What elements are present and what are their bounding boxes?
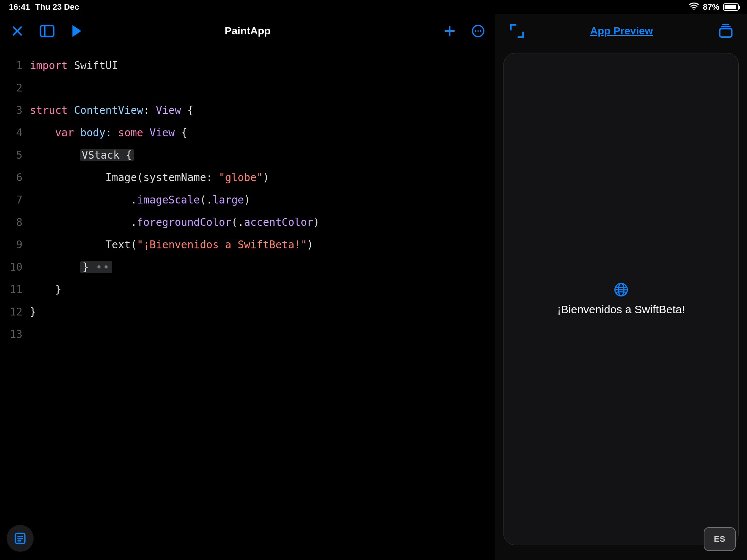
code-token xyxy=(30,216,131,228)
code-token: VStack xyxy=(82,149,120,161)
code-token: import xyxy=(30,59,68,72)
code-editor-pane: PaintApp xyxy=(0,14,495,560)
code-token: { xyxy=(175,127,187,139)
preview-text: ¡Bienvenidos a SwiftBeta! xyxy=(557,303,685,316)
code-token: systemName xyxy=(143,171,206,184)
code-token xyxy=(30,239,105,251)
keyboard-language-button[interactable]: ES xyxy=(704,527,736,551)
code-token: } xyxy=(83,261,89,273)
code-token xyxy=(30,194,131,206)
code-token: ( xyxy=(231,216,238,228)
code-token: . xyxy=(131,216,137,228)
code-token: "¡Bienvenidos a SwiftBeta!" xyxy=(137,239,307,251)
code-token: : xyxy=(105,127,118,139)
editor-toolbar: PaintApp xyxy=(0,14,495,48)
code-token: var xyxy=(55,127,74,139)
code-token: ) xyxy=(313,216,320,228)
globe-icon xyxy=(614,282,629,299)
preview-title[interactable]: App Preview xyxy=(590,25,653,37)
battery-icon xyxy=(723,3,739,11)
code-token: { xyxy=(181,104,194,116)
code-token: ) xyxy=(307,239,313,251)
status-date: Thu 23 Dec xyxy=(35,2,79,12)
code-token: { xyxy=(120,149,132,161)
code-token: ) xyxy=(263,171,269,184)
code-token xyxy=(30,283,55,296)
status-time: 16:41 xyxy=(9,2,30,12)
code-token: Text xyxy=(105,239,130,251)
line-gutter: 1234567 8910111213 xyxy=(0,55,30,560)
preview-pane: App Preview xyxy=(495,14,747,560)
close-icon[interactable] xyxy=(10,24,24,38)
code-lines[interactable]: import SwiftUI struct ContentView: View … xyxy=(30,55,495,560)
app-preview-canvas: ¡Bienvenidos a SwiftBeta! xyxy=(503,53,739,545)
code-token: Image xyxy=(105,171,137,184)
code-token: some xyxy=(118,127,143,139)
code-token: body xyxy=(74,127,105,139)
run-icon[interactable] xyxy=(70,24,83,38)
code-token: foregroundColor xyxy=(137,216,232,228)
svg-point-4 xyxy=(475,30,476,32)
code-token: SwiftUI xyxy=(68,59,118,72)
code-token: } xyxy=(55,283,61,296)
battery-percent: 87% xyxy=(703,2,719,12)
preview-stacks-icon[interactable] xyxy=(718,24,734,38)
code-area[interactable]: 1234567 8910111213 import SwiftUI struct… xyxy=(0,48,495,560)
code-token: ( xyxy=(131,239,137,251)
code-token: View xyxy=(156,104,181,116)
svg-point-5 xyxy=(477,30,479,32)
code-token: ( xyxy=(137,171,143,184)
add-icon[interactable] xyxy=(443,24,456,38)
code-token: . xyxy=(131,194,137,206)
code-token: ContentView xyxy=(68,104,143,116)
wifi-icon xyxy=(689,2,699,12)
svg-point-6 xyxy=(480,30,481,32)
sidebar-toggle-icon[interactable] xyxy=(40,25,55,37)
code-token xyxy=(30,127,55,139)
code-token: . xyxy=(206,194,213,206)
status-bar: 16:41 Thu 23 Dec 87% xyxy=(0,0,747,14)
code-token: "globe" xyxy=(219,171,263,184)
code-token: : xyxy=(206,171,219,184)
code-token: struct xyxy=(30,104,68,116)
code-token: large xyxy=(213,194,244,206)
code-token: . xyxy=(238,216,244,228)
code-token: } xyxy=(30,306,36,318)
code-token: ) xyxy=(244,194,250,206)
expand-arrows-icon[interactable] xyxy=(509,23,525,39)
svg-point-0 xyxy=(693,9,694,10)
preview-toolbar: App Preview xyxy=(495,14,747,48)
fold-dots-icon[interactable]: •• xyxy=(89,261,110,273)
code-token: ( xyxy=(200,194,206,206)
svg-rect-1 xyxy=(40,25,53,36)
code-token: : xyxy=(143,104,156,116)
svg-rect-12 xyxy=(720,29,732,37)
code-token xyxy=(30,261,80,273)
more-options-icon[interactable] xyxy=(471,24,485,38)
code-token: imageScale xyxy=(137,194,200,206)
code-token: View xyxy=(143,127,174,139)
code-token xyxy=(30,171,105,184)
documentation-button[interactable] xyxy=(7,525,34,552)
code-token: accentColor xyxy=(244,216,313,228)
code-token xyxy=(30,149,80,161)
